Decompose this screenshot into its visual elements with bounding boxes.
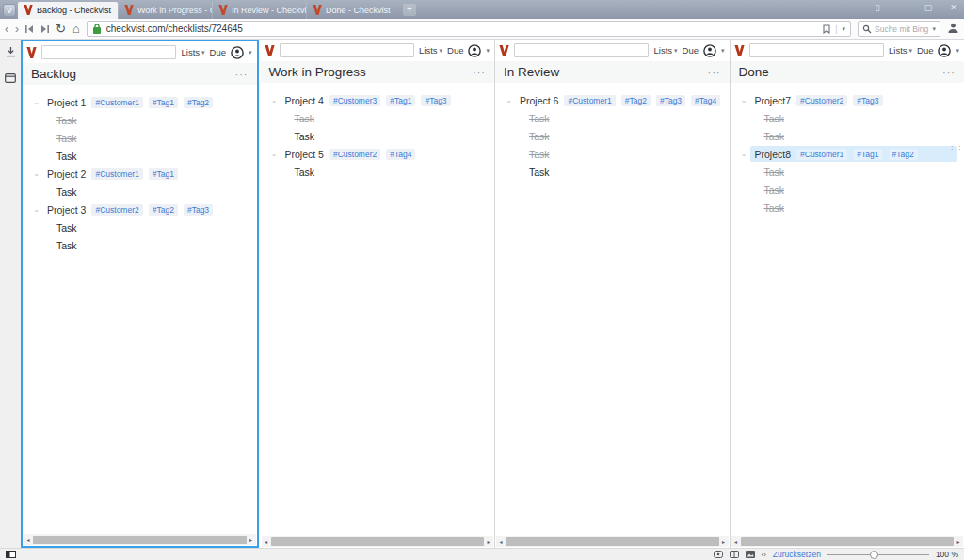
scroll-right-arrow-icon[interactable]: ▸ <box>954 538 963 545</box>
user-avatar-icon[interactable] <box>938 44 951 57</box>
horizontal-scrollbar[interactable]: ◂ ▸ <box>24 534 256 545</box>
horizontal-scrollbar[interactable]: ◂ ▸ <box>262 536 494 547</box>
project-label[interactable]: Project 2 <box>47 168 86 180</box>
tab-work-in-progress[interactable]: Work in Progress - Checkvist <box>118 2 212 19</box>
chevron-down-icon[interactable]: ⌄ <box>738 96 750 104</box>
lists-dropdown[interactable]: Lists ▾ <box>181 47 204 57</box>
drag-handle-icon[interactable]: ⋮⋮ <box>948 148 963 152</box>
tray-icon[interactable]: ▯ <box>872 2 883 13</box>
panel-menu-button[interactable]: ··· <box>942 67 956 78</box>
task-row[interactable]: Task <box>23 111 257 129</box>
tag-chip[interactable]: #Tag2 <box>889 149 918 160</box>
chevron-down-icon[interactable]: ⌄ <box>738 150 750 158</box>
reload-button[interactable]: ↻ <box>56 24 66 35</box>
scroll-left-arrow-icon[interactable]: ◂ <box>24 536 33 543</box>
project-row[interactable]: ⌄Project 1#Customer1#Tag1#Tag2 <box>23 93 257 111</box>
search-icon[interactable] <box>862 21 872 38</box>
chevron-down-icon[interactable]: ⌄ <box>30 169 42 178</box>
panel-search-input[interactable] <box>280 43 414 57</box>
split-view-icon[interactable] <box>730 551 739 558</box>
chevron-down-icon[interactable]: ⌄ <box>268 150 281 158</box>
checkvist-logo-icon[interactable] <box>265 45 275 56</box>
image-icon[interactable] <box>746 551 755 558</box>
scroll-left-arrow-icon[interactable]: ◂ <box>496 538 506 545</box>
tag-chip[interactable]: #Customer2 <box>91 204 142 216</box>
project-row[interactable]: ⌄Project 4#Customer3#Tag1#Tag3 <box>261 91 495 109</box>
project-label[interactable]: Project8 <box>755 149 792 160</box>
avatar-caret-icon[interactable]: ▾ <box>486 47 490 55</box>
tag-chip[interactable]: #Tag2 <box>621 95 651 106</box>
new-tab-button[interactable]: + <box>403 4 416 16</box>
project-row[interactable]: ⌄Project 5#Customer2#Tag4 <box>261 145 495 163</box>
scroll-right-arrow-icon[interactable]: ▸ <box>247 536 256 543</box>
task-row[interactable]: Task <box>731 163 964 181</box>
task-row[interactable]: Task <box>731 127 964 145</box>
panel-search-input[interactable] <box>41 45 176 59</box>
tag-chip[interactable]: #Tag1 <box>149 168 178 180</box>
chevron-down-icon[interactable]: ⌄ <box>30 205 42 214</box>
skip-back-icon[interactable] <box>25 25 34 33</box>
project-label[interactable]: Project 6 <box>520 95 558 106</box>
urlbar-dropdown-caret-icon[interactable]: ▾ <box>842 25 845 33</box>
chevron-down-icon[interactable]: ⌄ <box>30 98 42 106</box>
tag-chip[interactable]: #Tag4 <box>691 95 720 106</box>
tag-chip[interactable]: #Customer2 <box>329 149 380 160</box>
tag-chip[interactable]: #Customer1 <box>564 95 615 106</box>
web-search-box[interactable]: Suche mit Bing ▾ <box>858 21 940 37</box>
avatar-caret-icon[interactable]: ▾ <box>721 47 725 55</box>
bookmark-icon[interactable] <box>823 21 830 38</box>
project-label[interactable]: Project 1 <box>47 97 86 108</box>
task-row[interactable]: Task <box>23 183 257 200</box>
task-row[interactable]: Task <box>731 199 964 216</box>
downloads-icon[interactable] <box>6 44 16 61</box>
user-avatar-icon[interactable] <box>703 44 716 57</box>
tag-chip[interactable]: #Tag3 <box>853 95 882 106</box>
project-row[interactable]: ⌄Project 6#Customer1#Tag2#Tag3#Tag4 <box>495 91 730 109</box>
horizontal-scrollbar[interactable]: ◂ ▸ <box>731 536 964 547</box>
task-row[interactable]: Task <box>495 109 730 127</box>
chevron-down-icon[interactable]: ⌄ <box>268 96 281 104</box>
scroll-right-arrow-icon[interactable]: ▸ <box>484 538 493 545</box>
tag-chip[interactable]: #Tag1 <box>149 97 178 108</box>
tag-chip[interactable]: #Tag3 <box>656 95 685 106</box>
scrollbar-thumb[interactable] <box>506 537 719 546</box>
project-row-content[interactable]: Project 3#Customer2#Tag2#Tag3 <box>42 201 217 217</box>
checkvist-logo-icon[interactable] <box>499 45 509 56</box>
lists-dropdown[interactable]: Lists ▾ <box>653 45 677 56</box>
checkvist-logo-icon[interactable] <box>734 45 745 56</box>
tag-chip[interactable]: #Customer1 <box>91 97 142 108</box>
lists-dropdown[interactable]: Lists ▾ <box>889 45 912 56</box>
tag-chip[interactable]: #Customer1 <box>91 168 142 180</box>
tag-chip[interactable]: #Tag1 <box>386 95 415 106</box>
close-button[interactable]: ✕ <box>948 2 959 13</box>
scroll-left-arrow-icon[interactable]: ◂ <box>731 538 741 545</box>
project-row-content[interactable]: Project 4#Customer3#Tag1#Tag3 <box>281 92 456 108</box>
avatar-caret-icon[interactable]: ▾ <box>956 47 959 55</box>
task-row[interactable]: Task <box>261 127 495 145</box>
project-row-content[interactable]: Project8#Customer1#Tag1#Tag2 <box>750 146 958 162</box>
forward-button[interactable]: › <box>15 24 19 35</box>
page-view-icon[interactable] <box>714 551 723 558</box>
zoom-slider-handle[interactable] <box>870 551 878 559</box>
project-row-content[interactable]: Project 5#Customer2#Tag4 <box>281 146 421 162</box>
skip-forward-icon[interactable] <box>40 25 49 33</box>
sync-arrows-icon[interactable]: ‹› <box>762 551 766 559</box>
back-button[interactable]: ‹ <box>5 24 8 35</box>
tag-chip[interactable]: #Tag3 <box>184 204 213 216</box>
due-button[interactable]: Due <box>683 45 699 56</box>
panel-search-input[interactable] <box>514 43 649 57</box>
tag-chip[interactable]: #Tag4 <box>386 149 415 160</box>
minimize-button[interactable]: – <box>897 2 908 13</box>
scroll-left-arrow-icon[interactable]: ◂ <box>262 538 271 545</box>
lists-dropdown[interactable]: Lists ▾ <box>419 45 442 56</box>
panel-menu-button[interactable]: ··· <box>473 67 486 78</box>
tab-backlog[interactable]: Backlog - Checkvist <box>18 2 118 19</box>
task-row[interactable]: Task <box>495 145 730 163</box>
scrollbar-thumb[interactable] <box>33 536 247 544</box>
home-button[interactable]: ⌂ <box>72 22 80 36</box>
bookmarks-panel-icon[interactable] <box>5 70 16 87</box>
project-row-content[interactable]: Project 2#Customer1#Tag1 <box>42 166 183 182</box>
due-button[interactable]: Due <box>917 45 933 56</box>
avatar-caret-icon[interactable]: ▾ <box>249 49 252 56</box>
task-row[interactable]: Task <box>495 163 730 181</box>
